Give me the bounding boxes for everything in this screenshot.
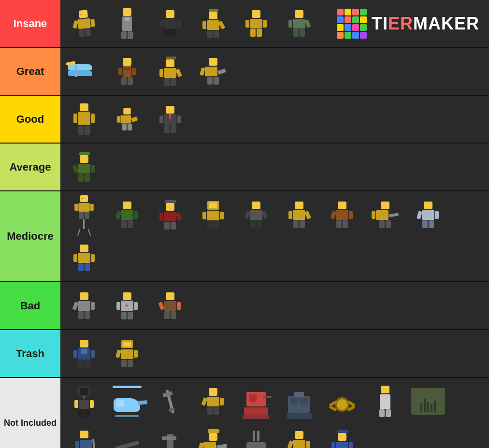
list-item <box>63 51 104 92</box>
tier-content-mediocre: ·· <box>60 191 489 281</box>
list-item: ·· + <box>106 285 147 326</box>
list-item: ·· <box>149 3 190 44</box>
list-item: ·· <box>364 381 405 422</box>
list-item: ·· <box>278 3 319 44</box>
list-item <box>106 333 147 374</box>
tier-label-great: Great <box>0 48 60 95</box>
tier-label-insane: Insane <box>0 0 60 47</box>
list-item <box>192 194 233 235</box>
tier-row-good: Good ·· <box>0 96 489 144</box>
list-item: ·· <box>63 3 104 44</box>
tier-label-mediocre: Mediocre <box>0 191 60 281</box>
list-item: ·· <box>63 99 104 140</box>
tier-row-average: Average ·· <box>0 144 489 191</box>
tier-label-average: Average <box>0 144 60 190</box>
tier-content-trash: ·· <box>60 330 489 377</box>
list-item: ·· <box>192 51 233 92</box>
list-item: ·· <box>364 194 405 235</box>
list-item: ·· <box>106 194 147 235</box>
list-item <box>321 381 362 422</box>
list-item: ·· <box>278 424 319 448</box>
list-item: ·· <box>63 146 104 188</box>
list-item: ·· <box>63 237 104 278</box>
list-item: ·· <box>106 3 147 44</box>
list-item: ·· <box>192 3 233 44</box>
tiermaker-logo: TiERMAKER <box>337 9 479 39</box>
list-item: ·· <box>321 424 362 448</box>
tier-content-not-included: ·· <box>60 378 489 448</box>
list-item: ·· <box>321 194 362 235</box>
list-item: ·· <box>106 51 147 92</box>
tier-content-great: ·· <box>60 48 489 95</box>
list-item <box>106 381 147 422</box>
list-item <box>235 424 276 448</box>
list-item: ·· <box>407 194 448 235</box>
list-item <box>63 381 104 422</box>
list-item: ·· <box>235 194 276 235</box>
list-item: ·· <box>235 3 276 44</box>
list-item <box>235 381 276 422</box>
tier-content-good: ·· ·· <box>60 96 489 143</box>
list-item <box>149 424 190 448</box>
list-item: ·· <box>192 381 233 422</box>
tier-row-insane: Insane ·· <box>0 0 489 48</box>
tier-row-not-included: Not Included <box>0 378 489 448</box>
tier-content-bad: ·· ·· <box>60 282 489 329</box>
tier-label-not-included: Not Included <box>0 378 60 448</box>
list-item: ·· <box>192 424 233 448</box>
logo-text: TiERMAKER <box>372 14 479 34</box>
list-item: ·· <box>63 194 104 235</box>
list-item: ·· <box>63 333 104 374</box>
list-item: ·· <box>149 285 190 326</box>
tier-row-trash: Trash ·· <box>0 330 489 378</box>
list-item <box>149 381 190 422</box>
tier-list: Insane ·· <box>0 0 489 448</box>
list-item: ·· <box>63 424 104 448</box>
list-item <box>278 381 319 422</box>
list-item: ·· <box>278 194 319 235</box>
list-item: ·· <box>106 99 147 140</box>
list-item <box>407 381 448 422</box>
list-item: ·· <box>63 285 104 326</box>
tier-label-good: Good <box>0 96 60 143</box>
list-item: ·· <box>149 51 190 92</box>
list-item: ·· <box>149 194 190 235</box>
tier-row-mediocre: Mediocre ·· <box>0 191 489 282</box>
list-item: ·· <box>149 99 190 140</box>
tier-row-bad: Bad ·· <box>0 282 489 330</box>
tier-content-average: ·· <box>60 144 489 190</box>
tier-label-trash: Trash <box>0 330 60 377</box>
tier-content-insane: ·· ·· <box>60 0 489 47</box>
tier-label-bad: Bad <box>0 282 60 329</box>
logo-grid <box>337 9 367 39</box>
tier-row-great: Great ·· <box>0 48 489 96</box>
list-item <box>106 424 147 448</box>
